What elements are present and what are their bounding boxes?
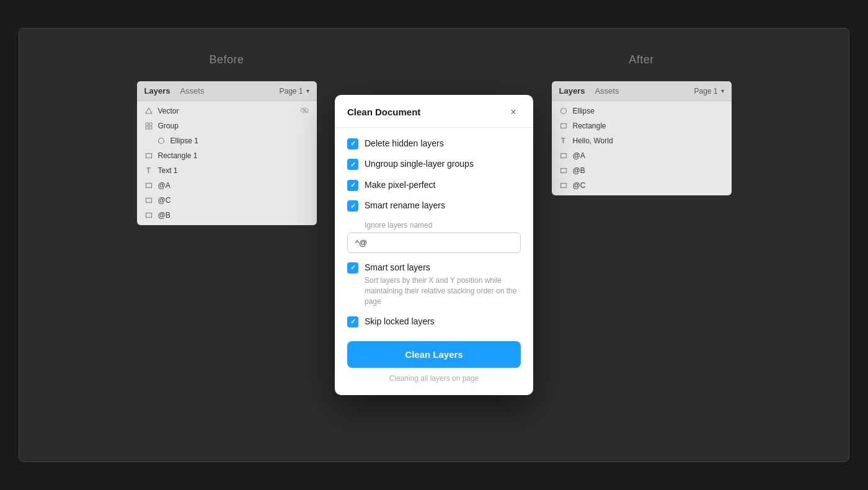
rect-icon	[559, 181, 568, 190]
cleaning-status: Cleaning all layers on page	[347, 374, 521, 383]
checkbox-smart-sort[interactable]: ✓	[347, 262, 358, 274]
ellipse-icon	[157, 136, 166, 145]
svg-rect-13	[560, 124, 566, 128]
option-label-smart-sort: Smart sort layers	[365, 262, 521, 274]
rect-icon	[144, 211, 153, 220]
before-layers-panel: Layers Assets Page 1 Vector	[137, 81, 317, 225]
modal-close-button[interactable]: ×	[506, 105, 521, 120]
checkmark-icon: ✓	[350, 264, 356, 272]
text-icon: T	[559, 136, 568, 145]
group-icon	[144, 122, 153, 130]
layer-name: @C	[573, 181, 586, 190]
layer-item[interactable]: @A	[552, 148, 732, 163]
layer-name: Hello, World	[573, 136, 613, 145]
checkbox-delete-hidden[interactable]: ✓	[347, 138, 358, 149]
ignore-label: Ignore layers named	[365, 221, 521, 229]
checkmark-icon: ✓	[350, 181, 356, 189]
option-delete-hidden: ✓ Delete hidden layers	[347, 138, 521, 150]
before-layers-tab[interactable]: Layers	[144, 86, 170, 96]
layer-name: Text 1	[158, 166, 178, 175]
layer-item[interactable]: T Hello, World	[552, 133, 732, 148]
after-assets-tab[interactable]: Assets	[595, 86, 619, 96]
after-layers-tab[interactable]: Layers	[559, 86, 585, 96]
svg-point-12	[560, 109, 566, 114]
layer-item[interactable]: @C	[137, 193, 317, 208]
layer-item[interactable]: @A	[137, 178, 317, 193]
layer-name: Vector	[158, 107, 179, 115]
svg-rect-6	[149, 127, 152, 129]
text-icon: T	[144, 166, 153, 175]
before-assets-tab[interactable]: Assets	[180, 86, 204, 96]
svg-rect-15	[560, 169, 566, 173]
svg-rect-10	[146, 198, 151, 203]
layer-item[interactable]: Vector	[137, 104, 317, 118]
layer-item[interactable]: @B	[137, 208, 317, 223]
rect-icon	[144, 181, 153, 190]
checkbox-ungroup-single[interactable]: ✓	[347, 159, 358, 170]
layer-name: @A	[573, 151, 585, 160]
after-layers-panel: Layers Assets Page 1 Ellipse Rectan	[552, 81, 732, 195]
rect-icon	[559, 151, 568, 160]
option-pixel-perfect: ✓ Make pixel-perfect	[347, 179, 521, 192]
layer-item[interactable]: Rectangle	[552, 118, 732, 133]
svg-rect-4	[149, 123, 152, 125]
layer-name: Ellipse 1	[170, 136, 198, 145]
rect-icon	[144, 196, 153, 205]
clean-document-modal: Clean Document × ✓ Delete hidden layers	[335, 95, 533, 396]
svg-rect-11	[146, 213, 151, 218]
layer-name: Ellipse	[573, 107, 595, 115]
svg-marker-0	[146, 108, 152, 114]
before-layers-header: Layers Assets Page 1	[137, 81, 317, 101]
layer-item[interactable]: @C	[552, 178, 732, 193]
ignore-input-wrapper: Ignore layers named	[347, 221, 521, 253]
layer-name: @C	[158, 196, 171, 205]
rect-icon	[559, 122, 568, 130]
svg-rect-14	[560, 154, 566, 158]
option-label-ungroup-single: Ungroup single-layer groups	[365, 158, 474, 171]
modal-title: Clean Document	[347, 107, 420, 117]
option-ungroup-single: ✓ Ungroup single-layer groups	[347, 158, 521, 171]
layer-name: Rectangle 1	[158, 151, 198, 160]
after-page-selector[interactable]: Page 1	[694, 87, 724, 96]
layer-name: @B	[573, 166, 585, 175]
layer-item[interactable]: @B	[552, 163, 732, 178]
option-sublabel-smart-sort: Sort layers by their X and Y position wh…	[365, 275, 521, 306]
checkmark-icon: ✓	[350, 202, 356, 210]
layer-item[interactable]: Ellipse 1	[137, 133, 317, 148]
after-layers-header: Layers Assets Page 1	[552, 81, 732, 101]
ellipse-icon	[559, 107, 568, 115]
triangle-icon	[144, 107, 153, 115]
layer-item[interactable]: Group	[137, 118, 317, 133]
option-label-smart-rename: Smart rename layers	[365, 200, 445, 212]
option-smart-sort: ✓ Smart sort layers Sort layers by their…	[347, 262, 521, 307]
checkbox-smart-rename[interactable]: ✓	[347, 200, 358, 212]
rect-icon	[144, 151, 153, 160]
option-skip-locked: ✓ Skip locked layers	[347, 316, 521, 328]
svg-rect-16	[560, 184, 566, 188]
svg-point-7	[158, 138, 164, 144]
modal-body: ✓ Delete hidden layers ✓ Ungroup single-…	[335, 128, 533, 396]
svg-rect-9	[146, 184, 151, 188]
svg-rect-3	[146, 123, 148, 125]
checkbox-skip-locked[interactable]: ✓	[347, 316, 358, 327]
layer-item[interactable]: T Text 1	[137, 163, 317, 178]
ignore-input[interactable]	[347, 233, 521, 253]
checkmark-icon: ✓	[350, 140, 356, 148]
layer-item[interactable]: Rectangle 1	[137, 148, 317, 163]
checkmark-icon: ✓	[350, 318, 356, 326]
before-label: Before	[209, 53, 244, 66]
layer-name: Rectangle	[573, 122, 606, 130]
checkbox-pixel-perfect[interactable]: ✓	[347, 180, 358, 191]
app-container: Before Layers Assets Page 1 Vector	[19, 28, 849, 462]
layer-name: @B	[158, 211, 170, 220]
layer-item[interactable]: Ellipse	[552, 104, 732, 118]
option-label-delete-hidden: Delete hidden layers	[365, 138, 444, 150]
after-layers-list: Ellipse Rectangle T Hello, World	[552, 101, 732, 195]
clean-layers-button[interactable]: Clean Layers	[347, 341, 521, 368]
svg-rect-8	[146, 154, 151, 158]
before-page-selector[interactable]: Page 1	[279, 87, 309, 96]
after-label: After	[629, 53, 654, 66]
checkmark-icon: ✓	[350, 161, 356, 169]
rect-icon	[559, 166, 568, 175]
layer-name: @A	[158, 181, 170, 190]
